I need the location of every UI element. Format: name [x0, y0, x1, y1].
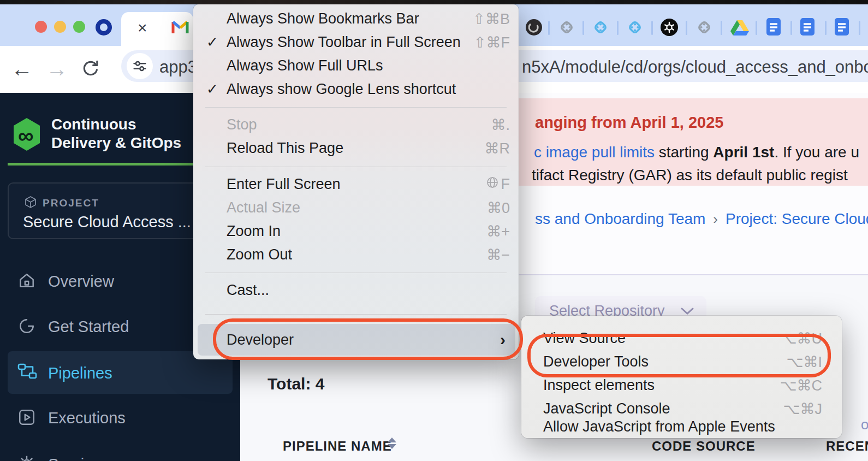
menu-item-always-show-toolbar[interactable]: ✓ Always Show Toolbar in Full Screen ⇧⌘F — [193, 31, 519, 54]
menu-item-shortcut: ⌘R — [485, 140, 510, 157]
tab-separator — [686, 21, 687, 35]
back-icon[interactable]: ← — [11, 57, 33, 81]
menu-item-enter-full-screen[interactable]: Enter Full Screen F — [193, 173, 519, 196]
menu-item-shortcut: ⇧⌘F — [474, 34, 510, 51]
submenu-chevron-icon: › — [500, 330, 506, 349]
tab-close-icon[interactable]: × — [138, 19, 147, 37]
gear-icon — [17, 454, 36, 461]
tune-icon[interactable] — [127, 53, 153, 79]
pipelines-icon — [17, 363, 37, 383]
menu-separator — [205, 273, 507, 273]
tab-separator — [790, 21, 792, 35]
url-text-right: n5xA/module/cd/orgs/cloud_access_and_onb… — [522, 57, 868, 77]
executions-icon — [17, 408, 36, 429]
column-header-pipeline-name[interactable]: PIPELINE NAME — [283, 439, 392, 454]
tab-favicon-harness-gray[interactable] — [695, 19, 713, 38]
banner-bold-date: April 1st — [713, 144, 774, 161]
cube-icon — [24, 196, 37, 211]
tab-separator — [859, 21, 860, 35]
menu-item-always-show-bookmarks-bar[interactable]: Always Show Bookmarks Bar ⇧⌘B — [193, 7, 519, 31]
module-title-line2: Delivery & GitOps — [51, 134, 181, 152]
menu-item-always-show-full-urls[interactable]: Always Show Full URLs — [193, 54, 519, 78]
banner-text-line2: tifact Registry (GAR) as its default pub… — [532, 167, 848, 184]
submenu-item-view-source[interactable]: View Source ⌥⌘U — [521, 327, 842, 350]
tab-favicon-google-docs[interactable] — [800, 18, 815, 38]
menu-item-shortcut: ⌥⌘C — [780, 377, 822, 394]
column-header-code-source[interactable]: CODE SOURCE — [652, 439, 756, 454]
home-icon — [17, 271, 36, 292]
banner-link[interactable]: c image pull limits — [534, 144, 655, 161]
developer-submenu-panel: View Source ⌥⌘U Developer Tools ⌥⌘I Insp… — [521, 316, 842, 438]
breadcrumb-project-link[interactable]: Project: Secure Cloud Acc — [726, 210, 868, 227]
breadcrumb-separator: › — [705, 211, 726, 227]
menu-item-zoom-out[interactable]: Zoom Out ⌘− — [193, 243, 519, 267]
menu-separator — [205, 107, 507, 108]
module-title-line1: Continuous — [51, 116, 136, 133]
menu-item-shortcut: ⌘− — [486, 246, 510, 264]
menu-item-label: View Source — [543, 330, 780, 347]
traffic-light-minimize[interactable] — [54, 21, 66, 33]
banner-text-line1: c image pull limits starting April 1st. … — [534, 144, 859, 161]
tab-favicon-harness-gray[interactable] — [558, 19, 575, 38]
sidebar-item-services[interactable]: Services — [0, 447, 240, 461]
submenu-item-developer-tools[interactable]: Developer Tools ⌥⌘I — [521, 350, 842, 374]
menu-item-zoom-in[interactable]: Zoom In ⌘+ — [193, 220, 519, 243]
tab-favicon-google-drive[interactable] — [730, 20, 749, 38]
tab-separator — [651, 21, 653, 35]
menu-item-google-lens-shortcut[interactable]: ✓ Always show Google Lens shortcut — [193, 78, 519, 101]
menu-item-shortcut: ⌥⌘U — [780, 330, 822, 347]
tab-separator — [548, 21, 550, 35]
traffic-light-fullscreen[interactable] — [73, 21, 85, 33]
menu-item-shortcut: ⌘. — [491, 116, 510, 134]
menu-item-developer[interactable]: Developer › — [198, 324, 515, 356]
banner-heading: anging from April 1, 2025 — [535, 114, 723, 132]
menu-item-label: Reload This Page — [227, 140, 485, 157]
sidebar-item-executions[interactable]: Executions — [0, 400, 240, 435]
menu-item-label: Zoom In — [227, 223, 486, 240]
banner-text: starting — [655, 144, 713, 161]
reload-icon[interactable] — [81, 59, 100, 81]
menu-item-shortcut: ⌥⌘J — [783, 400, 822, 418]
tab-favicon-openai[interactable] — [661, 19, 678, 38]
tab-favicon-harness-blue[interactable] — [626, 19, 644, 38]
menu-item-label: Enter Full Screen — [227, 176, 486, 193]
tab-separator — [582, 21, 584, 35]
pinned-tab-favicon-ring[interactable] — [96, 19, 112, 36]
menu-item-label: Always Show Bookmarks Bar — [227, 10, 473, 27]
menu-separator — [205, 314, 507, 315]
traffic-light-close[interactable] — [35, 21, 47, 33]
tab-separator — [825, 21, 827, 35]
menu-item-reload-this-page[interactable]: Reload This Page ⌘R — [193, 137, 519, 160]
tab-separator — [617, 21, 619, 35]
menu-item-label: Always Show Full URLs — [227, 57, 510, 74]
tab-favicon-dark-circle[interactable] — [525, 19, 543, 38]
project-label: PROJECT — [43, 197, 99, 209]
tab-favicon-google-docs[interactable] — [766, 18, 781, 38]
menu-item-cast[interactable]: Cast... — [193, 279, 519, 302]
sort-icon[interactable] — [388, 438, 396, 449]
tab-favicon-harness-blue[interactable] — [592, 19, 609, 38]
submenu-item-inspect-elements[interactable]: Inspect elements ⌥⌘C — [521, 374, 842, 397]
banner-text: . If you are u — [774, 144, 859, 161]
tab-favicon-google-docs[interactable] — [835, 18, 849, 38]
sidebar-item-label: Get Started — [48, 318, 129, 336]
breadcrumb: ss and Onboarding Team›Project: Secure C… — [535, 210, 868, 228]
tab-separator — [721, 21, 722, 35]
view-menu-panel: Always Show Bookmarks Bar ⇧⌘B ✓ Always S… — [193, 4, 519, 359]
menu-item-shortcut: ⌘+ — [486, 223, 510, 240]
submenu-item-allow-javascript-apple-events[interactable]: Allow JavaScript from Apple Events — [521, 417, 842, 436]
total-count: Total: 4 — [267, 375, 324, 393]
gmail-tab-favicon[interactable] — [171, 20, 189, 36]
sidebar-item-pipelines[interactable]: Pipelines — [0, 356, 240, 391]
forward-icon[interactable]: → — [46, 57, 68, 81]
globe-icon — [486, 176, 499, 193]
menu-item-label: Allow JavaScript from Apple Events — [543, 418, 822, 435]
menu-item-shortcut: F — [501, 176, 510, 193]
partially-hidden-text: or — [861, 416, 868, 433]
breadcrumb-org-link[interactable]: ss and Onboarding Team — [535, 210, 705, 227]
window-top-edge — [0, 0, 868, 4]
column-header-recent[interactable]: RECENT — [826, 439, 868, 454]
menu-item-actual-size: Actual Size ⌘0 — [193, 196, 519, 220]
get-started-icon — [17, 317, 36, 338]
menu-item-shortcut: ⌥⌘I — [786, 353, 822, 371]
